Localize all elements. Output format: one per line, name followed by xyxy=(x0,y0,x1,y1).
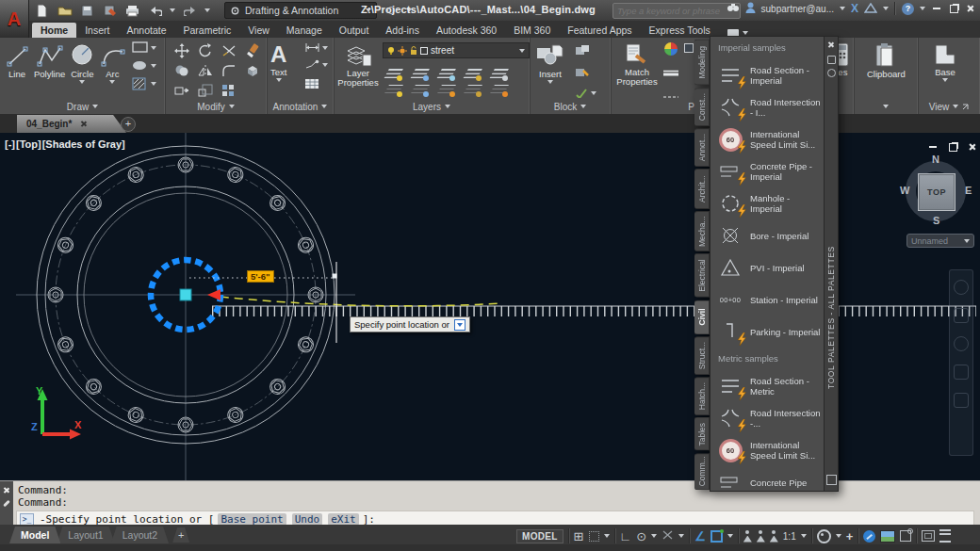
table-button[interactable] xyxy=(304,76,328,93)
doc-close-button[interactable] xyxy=(967,141,978,153)
polar-tracking-toggle[interactable]: ⊙ xyxy=(636,530,646,543)
tool-road-section-metric[interactable]: Road Section - Metric xyxy=(716,372,822,400)
help-icon[interactable]: ? xyxy=(902,3,914,15)
trim-button[interactable] xyxy=(220,43,238,58)
tab-output[interactable]: Output xyxy=(331,23,378,38)
fillet-button[interactable] xyxy=(220,63,238,78)
hardware-acceleration-icon[interactable] xyxy=(863,530,875,543)
restore-button[interactable] xyxy=(948,3,959,14)
layers-panel-label[interactable]: Layers xyxy=(334,100,530,113)
command-customize-icon[interactable] xyxy=(3,500,10,508)
layer-lock-tool-icon[interactable] xyxy=(466,69,480,79)
palette-autohide-icon[interactable] xyxy=(827,56,836,64)
polyline-button[interactable]: Polyline xyxy=(34,40,65,84)
annotation-panel-label[interactable]: Annotation xyxy=(267,100,334,113)
tool-concrete-pipe-imperial[interactable]: Concrete Pipe - Imperial xyxy=(716,157,822,186)
drawing-status-tray-icon[interactable] xyxy=(880,530,895,543)
application-menu-button[interactable]: A xyxy=(0,0,29,38)
block-panel-label[interactable]: Block xyxy=(530,100,611,113)
dialog-launcher-icon[interactable] xyxy=(962,104,969,110)
customization-menu-icon[interactable] xyxy=(939,529,951,543)
user-caret-icon[interactable] xyxy=(840,7,845,10)
tab-featured-apps[interactable]: Featured Apps xyxy=(559,23,640,38)
palette-tab-construction[interactable]: Const... xyxy=(694,88,710,126)
doc-restore-button[interactable] xyxy=(947,141,958,153)
palette-tab-command[interactable]: Comm... xyxy=(694,453,710,490)
command-close-icon[interactable] xyxy=(3,487,9,494)
annotation-scale-value[interactable]: 1:1 xyxy=(783,531,796,542)
add-layout-button[interactable]: + xyxy=(172,527,189,543)
hatch-button[interactable] xyxy=(132,77,156,90)
osnap-caret-icon[interactable] xyxy=(727,534,733,538)
layer-properties-button[interactable]: LayerProperties xyxy=(338,41,378,88)
layer-unisolate-icon[interactable] xyxy=(386,85,400,95)
palette-tab-electrical[interactable]: Electrical xyxy=(694,253,710,298)
tab-home[interactable]: Home xyxy=(32,23,76,38)
tab-bim360[interactable]: BIM 360 xyxy=(505,23,559,38)
tool-concrete-pipe-metric[interactable]: Concrete Pipe xyxy=(716,468,822,492)
annotation-monitor-plus-icon[interactable]: + xyxy=(846,529,854,543)
mirror-button[interactable] xyxy=(196,63,215,78)
viewcube-west[interactable]: W xyxy=(900,185,909,196)
tool-parking-imperial[interactable]: Parking - Imperial xyxy=(716,317,822,346)
tool-pvi-imperial[interactable]: PVI - Imperial xyxy=(716,253,822,282)
palette-grid-icon[interactable] xyxy=(826,475,837,485)
layout1-tab[interactable]: Layout1 xyxy=(57,527,114,543)
ortho-toggle[interactable]: ∟ xyxy=(620,530,632,543)
rotate-button[interactable] xyxy=(196,43,215,58)
palette-tab-annotation[interactable]: Annot... xyxy=(694,128,710,167)
attributes-button[interactable] xyxy=(575,88,596,98)
workspace-caret-icon[interactable] xyxy=(836,534,841,538)
workspace-gear-icon[interactable] xyxy=(817,529,831,543)
layer-isolate-icon[interactable] xyxy=(386,69,400,79)
rectangle-button[interactable] xyxy=(132,41,156,54)
tool-road-section-imperial[interactable]: Road Section - Imperial xyxy=(716,61,822,89)
tool-manhole-imperial[interactable]: Manhole - Imperial xyxy=(716,189,822,218)
search-binoculars-icon[interactable] xyxy=(727,3,740,14)
tab-view[interactable]: View xyxy=(239,23,278,38)
tab-addins[interactable]: Add-ins xyxy=(377,23,428,38)
layer-states-icon[interactable] xyxy=(492,69,506,79)
circle-button[interactable]: Circle xyxy=(69,40,95,84)
search-input[interactable] xyxy=(612,3,741,19)
osnap-tracking-toggle[interactable]: ∠ xyxy=(694,530,706,543)
erase-button[interactable] xyxy=(243,43,262,58)
a360-icon[interactable] xyxy=(864,3,877,15)
help-caret-icon[interactable] xyxy=(920,7,925,10)
layer-freeze-tool-icon[interactable] xyxy=(439,69,453,79)
dynamic-input-dimension[interactable]: 5'-6" xyxy=(247,270,274,283)
new-drawing-tab-button[interactable]: + xyxy=(121,117,136,132)
save-icon[interactable] xyxy=(79,3,95,19)
center-grip[interactable] xyxy=(180,289,191,300)
file-tab-close-icon[interactable] xyxy=(79,121,86,127)
steering-wheel-icon[interactable] xyxy=(954,280,969,295)
layout2-tab[interactable]: Layout2 xyxy=(111,527,169,543)
viewcube[interactable]: N W E S TOP xyxy=(900,155,972,227)
palette-tab-architectural[interactable]: Archit... xyxy=(694,169,710,209)
tab-manage[interactable]: Manage xyxy=(278,23,331,38)
array-button[interactable] xyxy=(220,83,238,98)
ellipse-button[interactable] xyxy=(132,59,156,72)
named-view-dropdown[interactable]: Unnamed xyxy=(906,234,974,248)
palette-tab-hatches[interactable]: Hatch... xyxy=(694,377,710,415)
line-button[interactable]: Line xyxy=(4,40,30,84)
new-file-icon[interactable] xyxy=(34,3,50,19)
palette-tab-mechanical[interactable]: Mecha... xyxy=(694,211,710,251)
modify-panel-label[interactable]: Modify xyxy=(165,100,267,113)
text-button[interactable]: A Text xyxy=(270,40,286,82)
isolate-objects-icon[interactable] xyxy=(900,530,911,542)
layer-prev-icon[interactable] xyxy=(413,85,427,95)
scale-caret-icon[interactable] xyxy=(801,534,807,538)
doc-minimize-button[interactable] xyxy=(927,141,939,153)
tool-road-intersection-metric[interactable]: Road Intersection -... xyxy=(716,404,822,432)
palette-tab-structural[interactable]: Struct... xyxy=(694,336,710,375)
tab-parametric[interactable]: Parametric xyxy=(175,23,240,38)
clipboard-panel-label[interactable] xyxy=(854,100,918,113)
close-button[interactable] xyxy=(965,3,976,14)
annotation-visibility-toggle[interactable] xyxy=(743,530,752,543)
layer-unlock-icon[interactable] xyxy=(466,85,480,95)
palette-close-icon[interactable] xyxy=(827,41,834,48)
tool-road-intersection-imperial[interactable]: Road Intersection - I... xyxy=(716,93,822,122)
open-file-icon[interactable] xyxy=(57,3,73,19)
dimension-button[interactable] xyxy=(304,42,328,53)
